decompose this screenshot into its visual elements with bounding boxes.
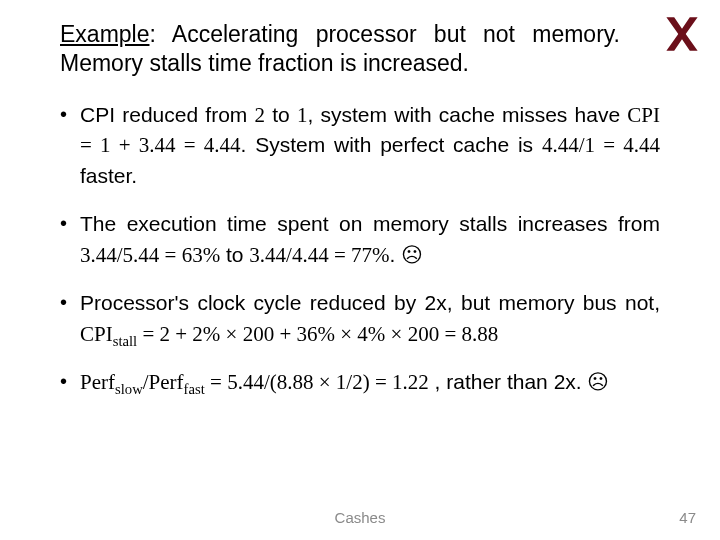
bullet-4: Perfslow/Perffast = 5.44/(8.88 × 1/2) = … — [60, 367, 660, 397]
text: faster. — [80, 164, 137, 187]
math: 3.44/4.44 = 77% — [249, 243, 389, 267]
math: CPIstall = 2 + 2% × 200 + 36% × 4% × 200… — [80, 322, 498, 346]
text: CPI reduced from — [80, 103, 255, 126]
math-rest: = 5.44/(8.88 × 1/2) = 1.22 — [205, 370, 429, 394]
text: to — [220, 243, 249, 266]
slide-body: CPI reduced from 2 to 1, system with cac… — [60, 100, 660, 416]
slide: Example: Accelerating processor but not … — [0, 0, 720, 540]
math-sub: fast — [184, 381, 205, 397]
math-base: CPI — [80, 322, 113, 346]
slide-title: Example: Accelerating processor but not … — [60, 20, 620, 78]
text: Processor's clock cycle reduced by 2x, b… — [80, 291, 660, 314]
bullet-3: Processor's clock cycle reduced by 2x, b… — [60, 288, 660, 349]
math: 3.44/5.44 = 63% — [80, 243, 220, 267]
math-sub: slow — [115, 381, 143, 397]
text: . System with perfect cache is — [241, 133, 542, 156]
math-base: Perf — [80, 370, 115, 394]
math-base: /Perf — [143, 370, 184, 394]
title-lead: Example — [60, 21, 149, 47]
footer-title: Cashes — [0, 509, 720, 526]
math-rest: = 2 + 2% × 200 + 36% × 4% × 200 = 8.88 — [137, 322, 498, 346]
text: The execution time spent on memory stall… — [80, 212, 660, 235]
math: 2 — [255, 103, 266, 127]
math-sub: stall — [113, 333, 137, 349]
math: Perfslow/Perffast = 5.44/(8.88 × 1/2) = … — [80, 370, 429, 394]
bullet-1: CPI reduced from 2 to 1, system with cac… — [60, 100, 660, 191]
page-number: 47 — [679, 509, 696, 526]
math: 4.44/1 = 4.44 — [542, 133, 660, 157]
technion-logo — [656, 8, 708, 60]
text: , system with cache misses have — [307, 103, 627, 126]
text: , rather than 2x. ☹ — [429, 370, 610, 393]
text: to — [265, 103, 297, 126]
math: 1 — [297, 103, 308, 127]
text: . ☹ — [390, 243, 424, 266]
bullet-2: The execution time spent on memory stall… — [60, 209, 660, 270]
